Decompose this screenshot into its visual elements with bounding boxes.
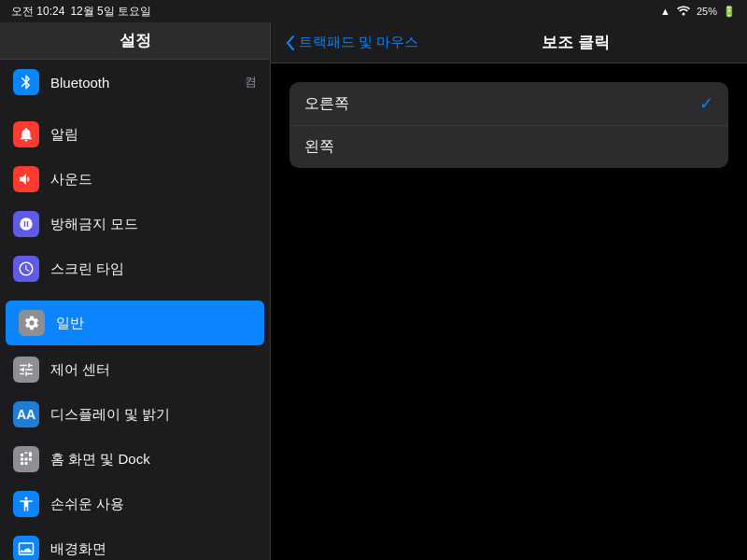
accessibility-icon: [13, 491, 39, 517]
home-icon: [13, 446, 39, 472]
sidebar-item-dnd[interactable]: 방해금지 모드: [0, 202, 270, 246]
right-header: 트랙패드 및 마우스 보조 클릭: [271, 22, 747, 63]
wallpaper-icon: [13, 536, 39, 560]
dnd-label: 방해금지 모드: [50, 216, 257, 233]
display-label: 디스플레이 및 밝기: [50, 406, 257, 424]
wifi-icon: ▲: [660, 6, 670, 17]
alarm-icon: [13, 121, 39, 147]
bluetooth-label: Bluetooth: [50, 75, 233, 91]
sidebar-item-general[interactable]: 일반: [6, 301, 264, 345]
control-icon: [13, 357, 39, 383]
screentime-label: 스크린 타임: [50, 260, 257, 278]
svg-point-0: [682, 13, 684, 16]
accessibility-label: 손쉬운 사용: [50, 496, 257, 513]
home-label: 홈 화면 및 Dock: [50, 451, 257, 469]
status-bar: 오전 10:24 12월 5일 토요일 ▲ 25% 🔋: [0, 0, 747, 22]
sidebar-item-bluetooth[interactable]: Bluetooth 켬: [0, 60, 270, 105]
dnd-icon: [13, 211, 39, 237]
display-icon: AA: [13, 401, 39, 427]
sidebar-item-home[interactable]: 홈 화면 및 Dock: [0, 437, 270, 482]
sidebar-item-sound[interactable]: 사운드: [0, 157, 270, 202]
bluetooth-value: 켬: [245, 74, 257, 91]
option-right-check: ✓: [699, 93, 713, 114]
option-right-label: 오른쪽: [304, 94, 699, 114]
battery-icon: 🔋: [723, 6, 736, 18]
time: 오전 10:24: [11, 4, 64, 20]
sidebar-item-control[interactable]: 제어 센터: [0, 347, 270, 392]
control-label: 제어 센터: [50, 361, 257, 379]
sidebar: 설정 Bluetooth 켬 알림 사운드: [0, 22, 271, 560]
sidebar-item-accessibility[interactable]: 손쉬운 사용: [0, 482, 270, 526]
screentime-icon: [13, 256, 39, 282]
main-layout: 설정 Bluetooth 켬 알림 사운드: [0, 22, 747, 560]
sidebar-item-screentime[interactable]: 스크린 타임: [0, 246, 270, 291]
option-left[interactable]: 왼쪽: [289, 126, 728, 168]
status-left: 오전 10:24 12월 5일 토요일: [11, 4, 151, 20]
right-panel-title: 보조 클릭: [418, 32, 732, 53]
sound-icon: [13, 166, 39, 192]
right-panel: 트랙패드 및 마우스 보조 클릭 오른쪽 ✓ 왼쪽: [271, 22, 747, 560]
sidebar-item-alarm[interactable]: 알림: [0, 112, 270, 157]
general-label: 일반: [56, 315, 251, 332]
alarm-label: 알림: [50, 126, 257, 144]
bluetooth-icon: [13, 69, 39, 95]
back-button[interactable]: 트랙패드 및 마우스: [286, 34, 418, 51]
back-label: 트랙패드 및 마우스: [299, 34, 418, 51]
options-group: 오른쪽 ✓ 왼쪽: [289, 82, 728, 168]
option-right[interactable]: 오른쪽 ✓: [289, 82, 728, 126]
sidebar-item-display[interactable]: AA 디스플레이 및 밝기: [0, 392, 270, 437]
option-left-label: 왼쪽: [304, 137, 713, 157]
battery: 25%: [697, 6, 717, 17]
sidebar-title: 설정: [0, 22, 270, 60]
sound-label: 사운드: [50, 171, 257, 189]
sidebar-item-wallpaper[interactable]: 배경화면: [0, 526, 270, 560]
wallpaper-label: 배경화면: [50, 540, 257, 558]
general-icon: [19, 310, 45, 336]
wifi-signal: [676, 5, 691, 18]
status-right: ▲ 25% 🔋: [660, 5, 736, 18]
right-content: 오른쪽 ✓ 왼쪽: [271, 63, 747, 560]
date: 12월 5일 토요일: [70, 4, 151, 20]
